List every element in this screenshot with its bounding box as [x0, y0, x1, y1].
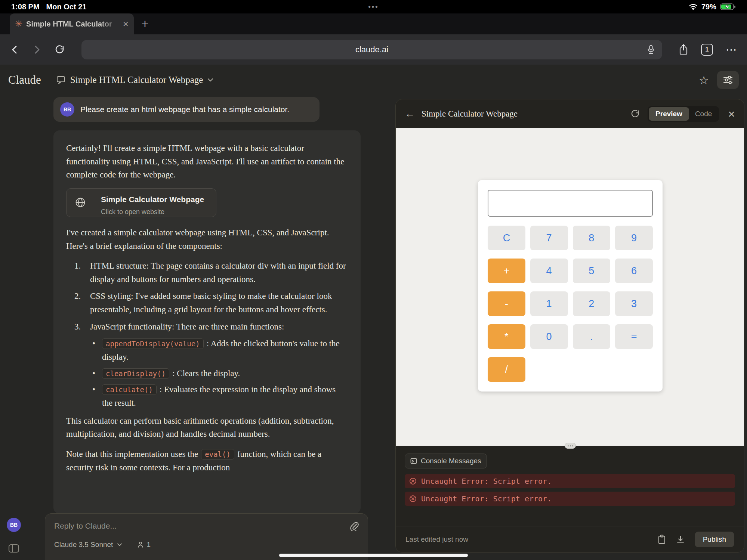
last-edited-label: Last edited just now	[405, 535, 468, 544]
calc-button-5[interactable]: 5	[573, 259, 611, 283]
calc-button-7[interactable]: 7	[530, 226, 568, 250]
list-number: 3.	[74, 320, 86, 334]
user-avatar[interactable]: BB	[60, 102, 74, 117]
code-tab[interactable]: Code	[689, 107, 718, 121]
calc-button-minus[interactable]: -	[488, 291, 525, 316]
new-tab-button[interactable]: +	[141, 16, 149, 31]
chat-icon	[56, 75, 66, 85]
chevron-down-icon[interactable]	[117, 542, 123, 547]
claude-header: Claude Simple HTML Calculator Webpage ☆	[0, 65, 747, 95]
artifact-card-title: Simple Calculator Webpage	[101, 194, 204, 206]
settings-sliders-icon[interactable]	[717, 71, 739, 89]
battery-icon	[720, 3, 736, 10]
refresh-icon[interactable]	[630, 109, 640, 119]
sidebar-toggle-icon[interactable]	[8, 544, 19, 553]
console-section: Console Messages Uncaught Error: Script …	[396, 446, 744, 527]
tab-title: Simple HTML Calculator	[26, 20, 119, 28]
tab-overview-icon[interactable]: 1	[701, 44, 713, 56]
calc-button-equals[interactable]: =	[615, 324, 653, 349]
bullet-text: : Clears the display.	[172, 369, 240, 378]
calculator-display[interactable]	[488, 190, 653, 217]
attachment-paperclip-icon[interactable]	[350, 521, 359, 531]
browser-more-icon[interactable]: ⋯	[726, 43, 737, 56]
bullet-item: calculate(): Evaluates the expression in…	[91, 383, 348, 409]
calc-button-2[interactable]: 2	[573, 291, 611, 316]
download-icon[interactable]	[676, 535, 685, 544]
reply-input[interactable]	[54, 522, 350, 530]
globe-icon	[67, 189, 94, 217]
calc-button-1[interactable]: 1	[530, 291, 568, 316]
preview-tab[interactable]: Preview	[649, 107, 689, 121]
close-icon[interactable]: ×	[728, 108, 735, 120]
calc-button-6[interactable]: 6	[615, 259, 653, 283]
chevron-down-icon[interactable]	[207, 77, 214, 83]
list-number: 2.	[74, 290, 86, 316]
collaborators[interactable]: 1	[137, 541, 151, 549]
preview-code-toggle: Preview Code	[648, 106, 719, 122]
calc-button-plus[interactable]: +	[488, 259, 525, 283]
calc-button-4[interactable]: 4	[530, 259, 568, 283]
bullet-item: clearDisplay(): Clears the display.	[91, 367, 348, 380]
publish-button[interactable]: Publish	[695, 532, 734, 547]
inline-code: appendToDisplay(value)	[102, 338, 204, 349]
bullet-item: appendToDisplay(value): Adds the clicked…	[91, 337, 348, 363]
error-circle-x-icon	[409, 495, 417, 502]
address-bar[interactable]: claude.ai	[81, 40, 662, 59]
artifact-back-icon[interactable]: ←	[405, 108, 415, 120]
console-messages-button[interactable]: Console Messages	[405, 454, 487, 468]
numbered-list: 1. HTML structure: The page contains a c…	[74, 259, 348, 333]
conversation-title[interactable]: Simple HTML Calculator Webpage	[70, 75, 203, 85]
tab-count: 1	[705, 46, 709, 53]
calc-button-decimal[interactable]: .	[573, 324, 611, 349]
back-icon[interactable]	[10, 44, 19, 55]
claude-logo[interactable]: Claude	[8, 73, 41, 87]
console-error-text: Uncaught Error: Script error.	[421, 477, 552, 486]
reload-icon[interactable]	[55, 44, 65, 55]
url-text: claude.ai	[355, 45, 388, 55]
artifact-footer: Last edited just now Publish	[396, 526, 744, 552]
calc-button-8[interactable]: 8	[573, 226, 611, 250]
list-number: 1.	[74, 259, 86, 286]
user-avatar[interactable]: BB	[7, 518, 21, 532]
calculator-keypad: C 7 8 9 + 4 5 6 - 1 2 3 * 0 . = /	[488, 226, 653, 382]
microphone-icon[interactable]	[646, 45, 655, 55]
artifact-card-subtitle: Click to open website	[101, 207, 204, 217]
console-error-text: Uncaught Error: Script error.	[421, 494, 552, 503]
calc-button-0[interactable]: 0	[530, 324, 568, 349]
inline-code: calculate()	[102, 384, 157, 395]
browser-tab[interactable]: ✳ Simple HTML Calculator ×	[10, 13, 134, 34]
inline-code: eval()	[201, 449, 234, 460]
calc-button-multiply[interactable]: *	[488, 324, 525, 349]
assistant-paragraph: Certainly! I'll create a simple HTML web…	[66, 142, 348, 182]
calculator: C 7 8 9 + 4 5 6 - 1 2 3 * 0 . = /	[478, 180, 663, 392]
assistant-paragraph: This calculator can perform basic arithm…	[66, 414, 348, 441]
calc-button-9[interactable]: 9	[615, 226, 653, 250]
model-selector[interactable]: Claude 3.5 Sonnet	[54, 541, 113, 549]
console-messages-label: Console Messages	[421, 457, 481, 465]
artifact-preview: C 7 8 9 + 4 5 6 - 1 2 3 * 0 . = /	[396, 128, 744, 446]
activity-indicator-icon[interactable]: •••	[368, 3, 379, 11]
list-item: 1. HTML structure: The page contains a c…	[74, 259, 348, 286]
calc-button-3[interactable]: 3	[615, 291, 653, 316]
inline-code: clearDisplay()	[102, 368, 169, 379]
error-circle-x-icon	[409, 477, 417, 485]
tab-bar: ✳ Simple HTML Calculator × +	[0, 13, 747, 34]
artifact-title: Simple Calculator Webpage	[422, 109, 518, 119]
list-text: JavaScript functionality: There are thre…	[90, 320, 284, 334]
star-icon[interactable]: ☆	[699, 74, 709, 87]
clock: 1:08 PM	[11, 3, 40, 11]
calc-button-divide[interactable]: /	[488, 357, 525, 382]
list-text: HTML structure: The page contains a calc…	[90, 259, 348, 286]
artifact-card[interactable]: Simple Calculator Webpage Click to open …	[66, 188, 216, 217]
copy-clipboard-icon[interactable]	[657, 535, 666, 544]
home-indicator[interactable]	[279, 554, 468, 557]
tab-close-icon[interactable]: ×	[123, 19, 129, 29]
assistant-message: Certainly! I'll create a simple HTML web…	[53, 130, 361, 514]
calc-button-clear[interactable]: C	[488, 226, 525, 250]
collaborator-count: 1	[146, 541, 151, 549]
user-message: BB Please create an html webpage that ha…	[53, 97, 320, 122]
assistant-paragraph: I've created a simple calculator webpage…	[66, 226, 348, 253]
forward-icon[interactable]	[32, 44, 42, 55]
browser-toolbar: claude.ai 1 ⋯	[0, 34, 747, 65]
share-icon[interactable]	[679, 44, 688, 55]
